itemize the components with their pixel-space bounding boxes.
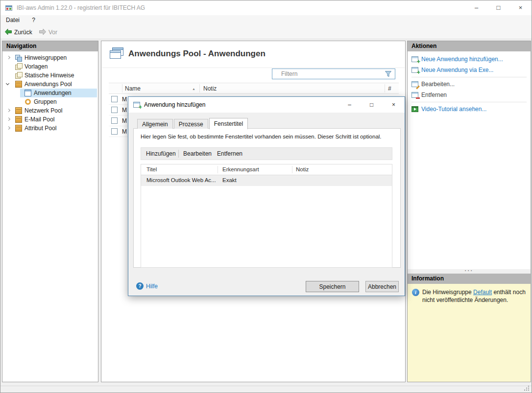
action-edit[interactable]: Bearbeiten... (408, 80, 531, 89)
sidebar-item-statische-hinweise[interactable]: Statische Hinweise (2, 71, 98, 80)
sidebar-item-label: Anwendungen (34, 90, 72, 96)
tab-allgemein[interactable]: Allgemein (137, 119, 173, 129)
dialog-close-button[interactable]: × (383, 97, 405, 113)
back-label: Zurück (14, 29, 32, 36)
new-application-exe-icon (411, 67, 418, 73)
app-icon (5, 4, 13, 12)
sidebar-item-label: Vorlagen (24, 63, 48, 70)
column-header-count[interactable]: # (388, 85, 391, 92)
action-label: Entfernen (421, 92, 447, 98)
action-label: Neue Anwendung via Exe... (421, 67, 493, 73)
row-name: M (122, 128, 127, 135)
video-tutorial-icon (411, 106, 418, 112)
applications-icon (109, 47, 124, 61)
column-divider[interactable] (218, 166, 218, 173)
chevron-right-icon[interactable] (7, 117, 10, 121)
actions-divider (411, 77, 527, 77)
filter-icon[interactable] (385, 70, 392, 77)
action-label: Video-Tutorial ansehen... (421, 106, 486, 113)
hinweisgruppen-icon (15, 54, 22, 61)
sidebar-item-netzwerk-pool[interactable]: Netzwerk Pool (2, 106, 98, 115)
maximize-button[interactable]: □ (487, 0, 509, 15)
attribut-pool-icon (15, 125, 22, 132)
dialog-toolbar: Hinzufügen Bearbeiten Entfernen (141, 147, 392, 160)
chevron-right-icon[interactable] (7, 56, 10, 59)
row-name: M (122, 107, 127, 114)
statusbar (0, 386, 532, 393)
window-titles-table-header: Titel Erkennungsart Notiz (141, 164, 392, 175)
tab-fenstertitel[interactable]: Fenstertitel (209, 118, 248, 129)
menu-datei[interactable]: Datei (0, 15, 25, 26)
resize-grip-icon[interactable] (528, 390, 529, 391)
row-checkbox[interactable] (111, 117, 118, 124)
help-icon[interactable]: ? (136, 282, 144, 290)
cancel-button[interactable]: Abbrechen (365, 281, 399, 292)
chevron-right-icon[interactable] (7, 126, 10, 130)
tab-prozesse[interactable]: Prozesse (174, 119, 208, 129)
sidebar-item-vorlagen[interactable]: Vorlagen (2, 62, 98, 71)
help-link[interactable]: Hilfe (146, 283, 158, 290)
column-divider[interactable] (292, 166, 292, 173)
fenstertitel-tab-page: Hier legen Sie fest, ob bestimmte Fenste… (133, 128, 401, 268)
column-divider[interactable] (199, 84, 200, 92)
dialog-maximize-button[interactable]: □ (361, 97, 383, 113)
menu-help[interactable]: ? (26, 15, 41, 26)
sidebar-item-label: Gruppen (34, 98, 57, 105)
information-message: Die Hinweisgruppe Default enthält noch n… (422, 288, 527, 304)
action-new-application[interactable]: Neue Anwendung hinzufügen... (408, 55, 531, 64)
row-name: M (122, 96, 127, 103)
statische-hinweise-icon (15, 72, 22, 79)
edit-icon (411, 81, 418, 87)
sidebar-item-label: Hinweisgruppen (24, 54, 67, 61)
row-checkbox[interactable] (111, 107, 118, 113)
edit-window-title-button[interactable]: Bearbeiten (179, 148, 216, 160)
forward-button[interactable]: Vor (37, 27, 59, 38)
remove-icon (411, 92, 418, 98)
back-arrow-icon (4, 29, 14, 36)
action-remove[interactable]: Entfernen (408, 91, 531, 100)
cell-erkennungsart: Exakt (222, 177, 237, 183)
column-header-notiz[interactable]: Notiz (203, 85, 217, 92)
column-header-name[interactable]: Name (125, 85, 141, 92)
column-header-titel[interactable]: Titel (146, 166, 157, 172)
column-header-erkennungsart[interactable]: Erkennungsart (222, 166, 259, 172)
save-button[interactable]: Speichern (306, 281, 359, 292)
sidebar-item-email-pool[interactable]: E-Mail Pool (2, 115, 98, 124)
sidebar-item-label: Anwendungs Pool (24, 81, 72, 88)
dialog-minimize-button[interactable]: – (339, 97, 361, 113)
close-button[interactable]: × (509, 0, 532, 15)
remove-window-title-button[interactable]: Entfernen (213, 148, 246, 160)
column-divider[interactable] (385, 84, 385, 92)
add-window-title-button[interactable]: Hinzufügen (142, 148, 180, 160)
row-checkbox[interactable] (111, 128, 118, 135)
sidebar-item-attribut-pool[interactable]: Attribut Pool (2, 124, 98, 133)
netzwerk-pool-icon (15, 107, 22, 114)
sidebar-item-label: Attribut Pool (24, 125, 56, 132)
filter-input[interactable] (272, 69, 395, 79)
action-new-application-via-exe[interactable]: Neue Anwendung via Exe... (408, 66, 531, 75)
sidebar-item-anwendungs-pool[interactable]: Anwendungs Pool (2, 80, 98, 89)
chevron-right-icon[interactable] (7, 109, 10, 112)
panel-splitter[interactable]: ··· (408, 269, 531, 274)
navigation-panel: Navigation Hinweisgruppen Vorlagen Stati… (2, 41, 98, 382)
window-title-row[interactable]: Microsoft Outlook Web Ac... Exakt (141, 175, 392, 186)
column-header-notiz[interactable]: Notiz (296, 166, 309, 172)
row-checkbox[interactable] (111, 96, 118, 102)
sidebar-item-hinweisgruppen[interactable]: Hinweisgruppen (2, 53, 98, 62)
default-group-link[interactable]: Default (473, 289, 492, 296)
action-video-tutorial[interactable]: Video-Tutorial ansehen... (408, 105, 531, 114)
dialog-icon (133, 102, 140, 108)
sidebar-item-gruppen[interactable]: Gruppen (2, 97, 98, 106)
menubar: Datei ? (0, 15, 532, 26)
sidebar-item-anwendungen[interactable]: Anwendungen (2, 89, 98, 97)
actions-panel: Aktionen Neue Anwendung hinzufügen... Ne… (407, 41, 531, 382)
chevron-down-icon[interactable] (6, 82, 9, 85)
sidebar-item-label: Statische Hinweise (24, 72, 74, 79)
toolbar-divider (178, 150, 179, 158)
back-button[interactable]: Zurück (2, 27, 34, 38)
dialog-titlebar: Anwendung hinzufügen – □ × (128, 97, 405, 113)
cell-titel: Microsoft Outlook Web Ac... (146, 177, 216, 183)
tab-description: Hier legen Sie fest, ob bestimmte Fenste… (141, 134, 382, 139)
information-panel: i Die Hinweisgruppe Default enthält noch… (408, 284, 531, 382)
minimize-button[interactable]: – (465, 0, 487, 15)
